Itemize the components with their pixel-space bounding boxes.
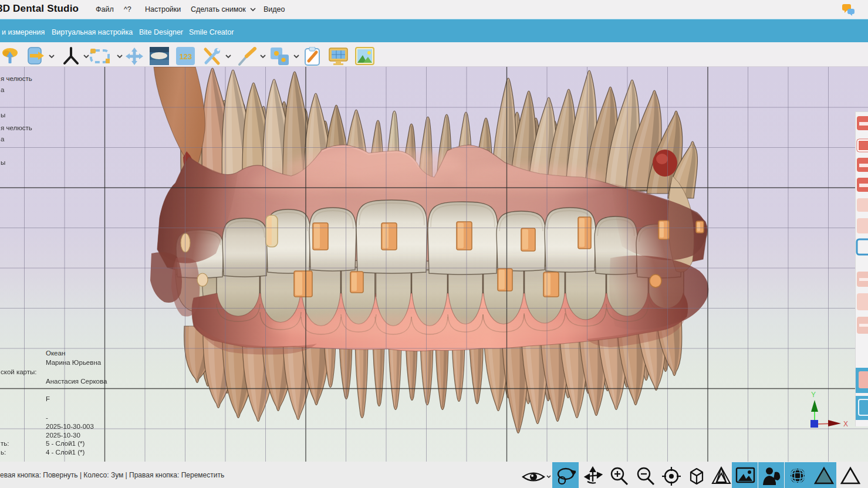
svg-text:X: X [843, 420, 848, 428]
svg-text:123: 123 [179, 52, 192, 61]
svg-text:Y: Y [811, 391, 816, 399]
